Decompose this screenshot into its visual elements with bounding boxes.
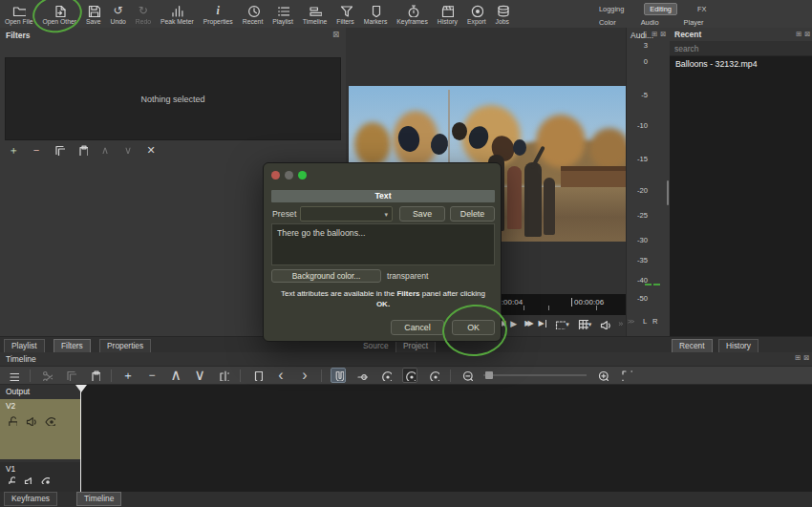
overwrite-button[interactable]: ∨ xyxy=(192,368,207,383)
tab-playlist[interactable]: Playlist xyxy=(4,339,45,353)
ok-button[interactable]: OK xyxy=(452,320,495,335)
peak-meter-button[interactable]: Peak Meter xyxy=(156,0,199,28)
cancel-button[interactable]: Cancel xyxy=(391,320,444,335)
timeline-panel-float-icon[interactable]: ⊞ xyxy=(795,354,801,362)
properties-button[interactable]: iProperties xyxy=(199,0,238,28)
ripple-markers-toggle[interactable] xyxy=(426,368,441,383)
paste-filters-button[interactable] xyxy=(75,143,90,157)
preset-delete-button[interactable]: Delete xyxy=(450,206,495,222)
move-filter-up-button[interactable]: ∧ xyxy=(97,143,113,157)
layout-tab-logging[interactable]: Logging xyxy=(594,4,629,14)
snap-toggle[interactable] xyxy=(331,368,346,383)
append-button[interactable]: ＋ xyxy=(120,368,136,383)
cut-button[interactable] xyxy=(39,368,54,383)
scrub-while-dragging-toggle[interactable] xyxy=(354,368,370,383)
copy-filters-button[interactable] xyxy=(52,143,67,157)
hide-icon[interactable] xyxy=(44,414,55,426)
transport-overflow-chevron[interactable]: » xyxy=(618,320,623,328)
tab-filters[interactable]: Filters xyxy=(53,339,91,353)
dialog-zoom-button[interactable] xyxy=(298,171,307,180)
mute-icon[interactable] xyxy=(23,475,32,484)
next-marker-button[interactable]: › xyxy=(297,368,312,383)
timeline-tracks-area[interactable]: Output V2 V1 xyxy=(0,385,812,492)
track-head-v1[interactable]: V1 xyxy=(0,462,80,492)
timeline-button[interactable]: Timeline xyxy=(298,0,331,28)
timeline-panel-close-icon[interactable]: ⊠ xyxy=(803,354,809,362)
recent-search-input[interactable] xyxy=(670,41,812,56)
timeline-zoom-slider[interactable] xyxy=(483,374,587,376)
lock-icon[interactable] xyxy=(6,475,15,484)
keyframes-button[interactable]: Keyframes xyxy=(392,0,432,28)
volume-button[interactable] xyxy=(599,318,610,329)
playhead-marker[interactable] xyxy=(75,385,87,392)
undo-button[interactable]: ↺Undo xyxy=(105,0,130,28)
jobs-button[interactable]: Jobs xyxy=(491,0,514,28)
deselect-filter-button[interactable]: ✕ xyxy=(143,143,159,157)
preset-dropdown[interactable]: ▾ xyxy=(300,206,393,222)
lift-button[interactable]: ∧ xyxy=(168,368,183,383)
tab-timeline[interactable]: Timeline xyxy=(76,492,121,506)
audio-meter-close-icon[interactable]: ⊠ xyxy=(660,31,666,38)
ripple-delete-button[interactable]: − xyxy=(144,368,160,383)
lock-icon[interactable] xyxy=(6,414,17,426)
tab-keyframes[interactable]: Keyframes xyxy=(4,492,57,506)
open-file-button[interactable]: Open File xyxy=(0,0,37,28)
remove-filter-button[interactable]: − xyxy=(29,143,44,157)
timeline-icon xyxy=(309,4,322,17)
zoom-fit-button[interactable] xyxy=(619,368,634,383)
meter-overflow-chevron[interactable]: >> xyxy=(628,318,633,325)
zoom-in-button[interactable] xyxy=(595,368,610,383)
playhead-line[interactable] xyxy=(80,385,81,492)
zoom-out-button[interactable] xyxy=(459,368,475,383)
add-filter-button[interactable]: ＋ xyxy=(6,143,21,157)
hide-icon[interactable] xyxy=(40,475,50,484)
dialog-minimize-button[interactable] xyxy=(285,171,293,180)
zoom-slider-handle[interactable] xyxy=(485,371,493,379)
audio-meter-float-icon[interactable]: ⊞ xyxy=(652,31,657,38)
marker-button[interactable] xyxy=(249,368,265,383)
filters-panel-float-icon[interactable]: ⊠ xyxy=(332,31,339,39)
background-color-button[interactable]: Background color... xyxy=(271,269,381,283)
move-filter-down-button[interactable]: ∨ xyxy=(120,143,136,157)
markers-button[interactable]: Markers xyxy=(359,0,393,28)
skip-next-button[interactable]: ▶ xyxy=(539,320,547,327)
play-button[interactable]: ▶ xyxy=(510,320,517,328)
redo-button[interactable]: ↻Redo xyxy=(131,0,156,28)
fast-forward-button[interactable]: ▶▶ xyxy=(524,320,530,327)
recent-file-item[interactable]: Balloons - 32132.mp4 xyxy=(670,56,812,72)
split-button[interactable] xyxy=(216,368,231,383)
ripple-toggle[interactable] xyxy=(378,368,394,383)
audio-meter-title: Audi... xyxy=(630,31,653,40)
text-input-area[interactable]: There go the balloons... xyxy=(271,223,495,265)
track-head-v2[interactable]: V2 xyxy=(0,399,80,459)
layout-tab-fx[interactable]: FX xyxy=(693,4,711,14)
paste-button[interactable] xyxy=(87,368,102,383)
previous-marker-button[interactable]: ‹ xyxy=(273,368,288,383)
tab-recent[interactable]: Recent xyxy=(672,339,713,353)
export-button[interactable]: Export xyxy=(462,0,491,28)
history-button[interactable]: History xyxy=(433,0,462,28)
layout-tab-color[interactable]: Color xyxy=(594,17,621,28)
timeline-menu-button[interactable] xyxy=(6,368,21,383)
playlist-button[interactable]: Playlist xyxy=(267,0,298,28)
tab-history[interactable]: History xyxy=(718,339,759,353)
layout-tab-player[interactable]: Player xyxy=(679,17,709,28)
meter-scrollbar[interactable] xyxy=(667,180,669,205)
copy-button[interactable] xyxy=(63,368,78,383)
grid-menu-button[interactable]: ▾ xyxy=(577,318,592,329)
recent-button[interactable]: Recent xyxy=(238,0,268,28)
ripple-all-tracks-toggle[interactable] xyxy=(402,368,417,383)
dialog-close-button[interactable] xyxy=(271,171,280,180)
preset-save-button[interactable]: Save xyxy=(399,206,445,222)
layout-tab-editing[interactable]: Editing xyxy=(644,3,677,15)
filters-button[interactable]: Filters xyxy=(331,0,359,28)
mute-icon[interactable] xyxy=(25,414,36,426)
open-other-button[interactable]: Open Other xyxy=(37,0,81,28)
output-track-label[interactable]: Output xyxy=(0,385,30,396)
recent-panel-close-icon[interactable]: ⊠ xyxy=(804,31,810,38)
save-button[interactable]: Save xyxy=(81,0,106,28)
recent-panel-float-icon[interactable]: ⊞ xyxy=(796,31,801,38)
zoom-menu-button[interactable]: ▾ xyxy=(554,318,569,329)
layout-tab-audio[interactable]: Audio xyxy=(636,17,664,28)
tab-properties[interactable]: Properties xyxy=(99,339,151,353)
